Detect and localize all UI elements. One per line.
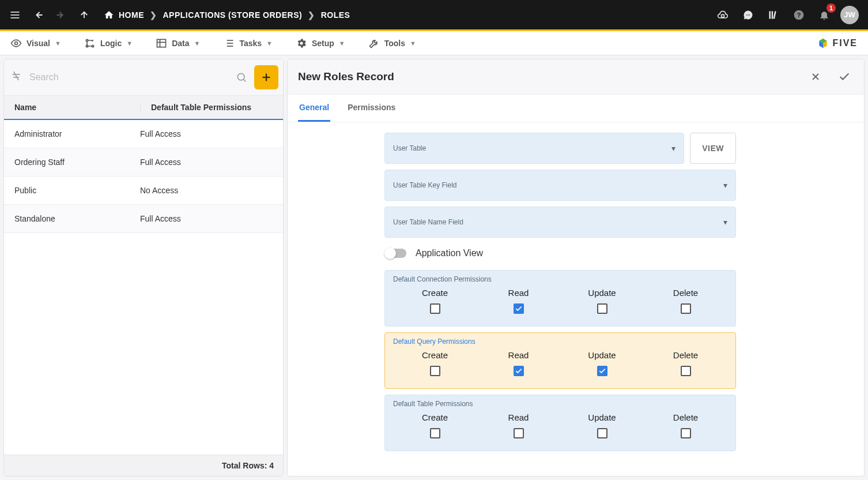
row-permission: No Access — [140, 186, 273, 195]
checkbox[interactable] — [514, 303, 524, 314]
checkbox[interactable] — [514, 366, 524, 376]
avatar[interactable]: JW — [840, 6, 859, 24]
filter-icon[interactable] — [9, 72, 24, 83]
page-title: New Roles Record — [298, 70, 806, 83]
tab-general[interactable]: General — [298, 95, 330, 122]
notifications-icon[interactable]: 1 — [815, 6, 833, 24]
menu-setup[interactable]: Setup▼ — [296, 38, 345, 49]
application-view-toggle[interactable] — [386, 249, 406, 258]
checkbox[interactable] — [681, 428, 691, 438]
svg-rect-12 — [773, 11, 776, 19]
user-table-name-select[interactable]: User Table Name Field ▾ — [384, 207, 736, 238]
confirm-icon[interactable] — [835, 68, 854, 86]
svg-line-35 — [244, 80, 246, 82]
svg-rect-11 — [772, 11, 773, 18]
main-area: Name Default Table Permissions Administr… — [0, 55, 868, 480]
checkbox[interactable] — [681, 303, 691, 314]
breadcrumb-page[interactable]: ROLES — [321, 10, 350, 20]
checkbox[interactable] — [597, 303, 607, 314]
forward-icon — [52, 6, 70, 24]
row-permission: Full Access — [140, 214, 273, 223]
checkbox[interactable] — [430, 303, 440, 314]
chat-icon[interactable] — [739, 6, 757, 24]
chevron-down-icon: ▾ — [723, 217, 727, 227]
svg-point-34 — [237, 73, 244, 80]
permission-group: Default Query PermissionsCreateReadUpdat… — [384, 332, 736, 389]
menu-tasks[interactable]: Tasks▼ — [223, 38, 273, 49]
search-input[interactable] — [27, 69, 229, 86]
permission-group: Default Connection PermissionsCreateRead… — [384, 270, 736, 327]
svg-rect-19 — [157, 39, 166, 47]
breadcrumb-section[interactable]: APPLICATIONS (STORE ORDERS) — [163, 10, 303, 20]
svg-rect-10 — [769, 11, 771, 18]
chevron-down-icon: ▾ — [671, 144, 675, 153]
table-row[interactable]: PublicNo Access — [4, 177, 283, 205]
row-name: Standalone — [14, 214, 140, 223]
checkbox[interactable] — [430, 366, 440, 376]
checkbox[interactable] — [681, 366, 691, 376]
search-icon[interactable] — [232, 72, 251, 83]
top-bar: HOME ❯ APPLICATIONS (STORE ORDERS) ❯ ROL… — [0, 0, 868, 31]
help-icon[interactable]: ? — [790, 6, 808, 24]
brand-logo: FIVE — [817, 38, 858, 49]
svg-point-17 — [92, 45, 93, 47]
list-body: AdministratorFull AccessOrdering StaffFu… — [4, 120, 283, 455]
column-header-permissions[interactable]: Default Table Permissions — [140, 103, 273, 112]
checkbox[interactable] — [597, 366, 607, 376]
list-pane: Name Default Table Permissions Administr… — [3, 59, 284, 477]
chevron-down-icon: ▾ — [723, 181, 727, 190]
svg-line-32 — [14, 72, 18, 80]
menu-logic[interactable]: Logic▼ — [84, 38, 133, 49]
view-button[interactable]: VIEW — [690, 133, 736, 164]
breadcrumb-home[interactable]: HOME — [104, 10, 144, 20]
permission-group-title: Default Connection Permissions — [393, 275, 727, 283]
table-row[interactable]: AdministratorFull Access — [4, 120, 283, 148]
close-icon[interactable] — [806, 68, 825, 86]
application-view-label: Application View — [416, 248, 483, 258]
cloud-icon[interactable] — [714, 6, 732, 24]
svg-point-6 — [722, 14, 724, 17]
checkbox[interactable] — [597, 428, 607, 438]
notification-badge: 1 — [827, 3, 836, 13]
permission-group: Default Table PermissionsCreateReadUpdat… — [384, 395, 736, 451]
user-table-select[interactable]: User Table ▾ — [384, 133, 684, 164]
detail-body: User Table ▾ VIEW User Table Key Field ▾… — [288, 122, 864, 476]
back-icon[interactable] — [29, 6, 47, 24]
svg-point-16 — [86, 39, 88, 41]
row-permission: Full Access — [140, 158, 273, 167]
up-icon[interactable] — [75, 6, 93, 24]
svg-point-8 — [748, 14, 749, 16]
permission-group-title: Default Table Permissions — [393, 400, 727, 408]
table-row[interactable]: Ordering StaffFull Access — [4, 148, 283, 177]
permission-group-title: Default Query Permissions — [393, 337, 727, 346]
svg-point-7 — [746, 14, 748, 16]
menu-tools[interactable]: Tools▼ — [368, 38, 416, 49]
chevron-right-icon: ❯ — [150, 10, 157, 20]
library-icon[interactable] — [764, 6, 783, 24]
tab-permissions[interactable]: Permissions — [346, 95, 397, 122]
column-header-name[interactable]: Name — [14, 103, 140, 112]
row-name: Ordering Staff — [14, 158, 140, 167]
svg-point-15 — [15, 42, 18, 44]
svg-text:?: ? — [797, 11, 801, 18]
breadcrumb-home-label: HOME — [119, 10, 144, 20]
add-button[interactable] — [254, 65, 278, 89]
row-name: Administrator — [14, 129, 140, 138]
table-row[interactable]: StandaloneFull Access — [4, 205, 283, 233]
checkbox[interactable] — [514, 428, 524, 438]
list-total: Total Rows: 4 — [4, 455, 283, 476]
chevron-right-icon: ❯ — [308, 10, 315, 20]
detail-pane: New Roles Record General Permissions Use… — [287, 59, 865, 477]
checkbox[interactable] — [430, 428, 440, 438]
menu-bar: Visual▼ Logic▼ Data▼ Tasks▼ Setup▼ Tools… — [0, 31, 868, 55]
user-table-key-select[interactable]: User Table Key Field ▾ — [384, 170, 736, 201]
svg-point-9 — [749, 14, 750, 16]
menu-visual[interactable]: Visual▼ — [10, 38, 61, 49]
menu-data[interactable]: Data▼ — [156, 38, 200, 49]
row-permission: Full Access — [140, 129, 273, 138]
row-name: Public — [14, 186, 140, 195]
hamburger-icon[interactable] — [6, 6, 24, 24]
